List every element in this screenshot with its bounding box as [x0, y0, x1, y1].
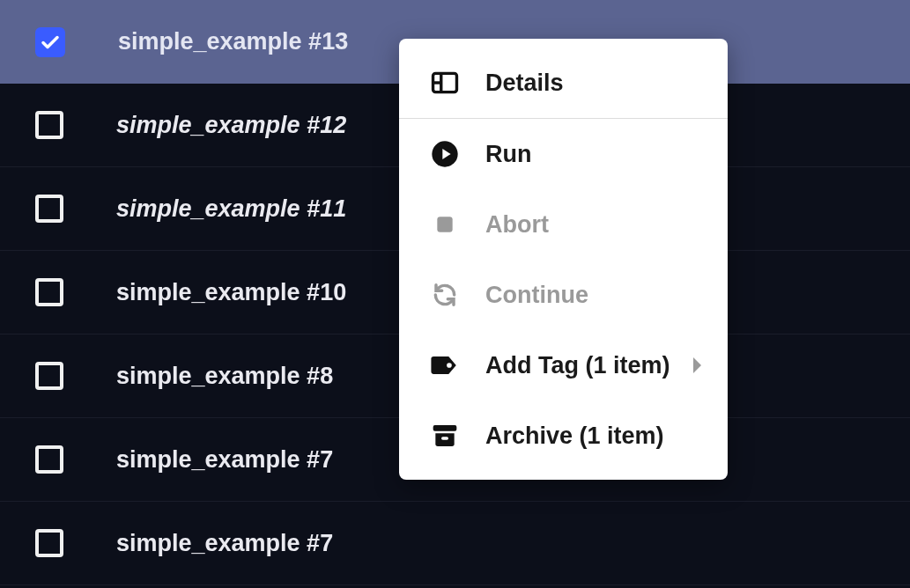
- row-label: simple_example #7: [116, 530, 333, 557]
- menu-item-run[interactable]: Run: [399, 119, 728, 189]
- menu-label: Run: [485, 141, 531, 168]
- row-checkbox[interactable]: [35, 362, 63, 390]
- menu-item-abort: Abort: [399, 189, 728, 260]
- row-checkbox[interactable]: [35, 529, 63, 557]
- svg-rect-6: [433, 425, 457, 431]
- row-label: simple_example #8: [116, 363, 333, 390]
- svg-rect-4: [437, 217, 452, 232]
- menu-label: Continue: [485, 282, 588, 309]
- menu-label: Archive (1 item): [485, 423, 664, 450]
- menu-item-details[interactable]: Details: [399, 48, 728, 118]
- tag-icon: [429, 349, 461, 381]
- row-label: simple_example #11: [116, 195, 346, 223]
- chevron-right-icon: [693, 357, 701, 373]
- svg-point-5: [447, 363, 452, 368]
- refresh-icon: [429, 279, 461, 311]
- check-icon: [40, 32, 61, 53]
- details-icon: [429, 67, 461, 99]
- row-label: simple_example #12: [116, 112, 346, 139]
- play-circle-icon: [429, 138, 461, 170]
- menu-item-continue: Continue: [399, 260, 728, 330]
- row-checkbox[interactable]: [35, 195, 63, 223]
- stop-icon: [429, 209, 461, 240]
- table-row[interactable]: simple_example #7: [0, 502, 910, 585]
- row-checkbox[interactable]: [35, 27, 65, 57]
- row-label: simple_example #7: [116, 446, 333, 474]
- row-label: simple_example #13: [118, 28, 348, 55]
- context-menu: Details Run Abort Continue Add Tag (1 it…: [399, 39, 728, 480]
- menu-label: Details: [485, 70, 564, 97]
- menu-item-archive[interactable]: Archive (1 item): [399, 401, 728, 471]
- row-checkbox[interactable]: [35, 278, 63, 306]
- menu-label: Add Tag (1 item): [485, 352, 670, 379]
- archive-icon: [429, 420, 461, 452]
- menu-item-add-tag[interactable]: Add Tag (1 item): [399, 330, 728, 401]
- row-checkbox[interactable]: [35, 111, 63, 139]
- row-checkbox[interactable]: [35, 445, 63, 474]
- svg-rect-7: [441, 437, 448, 439]
- menu-label: Abort: [485, 211, 549, 239]
- row-label: simple_example #10: [116, 279, 346, 306]
